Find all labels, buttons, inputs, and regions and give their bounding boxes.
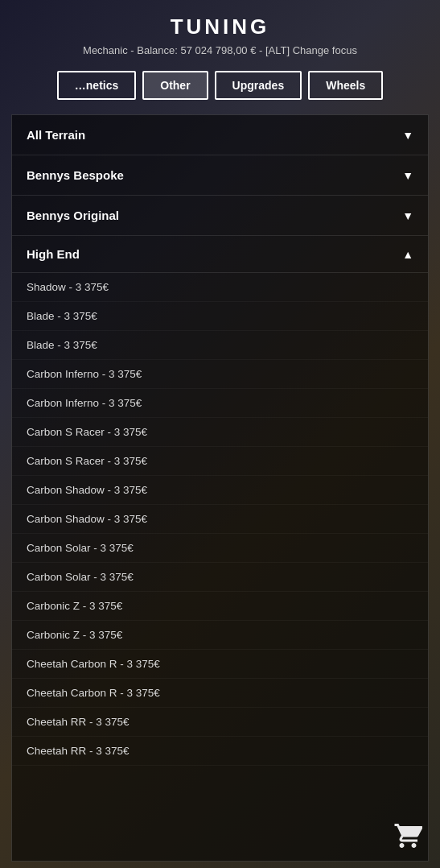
all-terrain-section: All Terrain ▼ [12,115,428,155]
list-item[interactable]: Carbon Inferno - 3 375€ [12,360,428,389]
all-terrain-label: All Terrain [27,128,85,142]
header: TUNING Mechanic - Balance: 57 024 798,00… [0,0,440,63]
page-title: TUNING [8,14,432,39]
main-panel: All Terrain ▼ Bennys Bespoke ▼ Bennys Or… [11,114,429,862]
all-terrain-header[interactable]: All Terrain ▼ [12,115,428,155]
all-terrain-arrow: ▼ [402,129,413,142]
tab-other[interactable]: Other [142,71,208,100]
list-item[interactable]: Cheetah RR - 3 375€ [12,737,428,766]
list-item[interactable]: Shadow - 3 375€ [12,273,428,302]
high-end-items-list: Shadow - 3 375€Blade - 3 375€Blade - 3 3… [12,273,428,861]
list-item[interactable]: Carbon S Racer - 3 375€ [12,418,428,447]
list-item[interactable]: Blade - 3 375€ [12,331,428,360]
bennys-bespoke-label: Bennys Bespoke [27,168,124,182]
list-item[interactable]: Blade - 3 375€ [12,302,428,331]
high-end-section: High End ▲ Shadow - 3 375€Blade - 3 375€… [12,236,428,861]
tab-cosmetics[interactable]: …netics [57,71,136,100]
tab-wheels[interactable]: Wheels [308,71,383,100]
list-item[interactable]: Carbon Inferno - 3 375€ [12,389,428,418]
list-item[interactable]: Carbon Shadow - 3 375€ [12,476,428,505]
list-item[interactable]: Carbon Solar - 3 375€ [12,563,428,592]
bennys-bespoke-arrow: ▼ [402,169,413,182]
list-item[interactable]: Cheetah Carbon R - 3 375€ [12,650,428,679]
list-item[interactable]: Cheetah RR - 3 375€ [12,708,428,737]
high-end-header[interactable]: High End ▲ [12,236,428,273]
cart-icon-container[interactable] [390,818,426,854]
high-end-arrow: ▲ [402,248,413,261]
cart-svg [393,821,422,850]
header-subtitle: Mechanic - Balance: 57 024 798,00 € - [A… [8,44,432,56]
bennys-original-header[interactable]: Bennys Original ▼ [12,196,428,235]
bennys-original-label: Bennys Original [27,209,119,222]
high-end-label: High End [27,247,80,261]
list-item[interactable]: Carbon Solar - 3 375€ [12,534,428,563]
tabs-bar: …netics Other Upgrades Wheels [0,63,440,108]
bennys-original-section: Bennys Original ▼ [12,196,428,236]
main-content: TUNING Mechanic - Balance: 57 024 798,00… [0,0,440,868]
cart-icon[interactable] [390,818,426,854]
tab-upgrades[interactable]: Upgrades [215,71,302,100]
list-item[interactable]: Cheetah Carbon R - 3 375€ [12,679,428,708]
list-item[interactable]: Carbon S Racer - 3 375€ [12,447,428,476]
bennys-original-arrow: ▼ [402,209,413,222]
list-item[interactable]: Carbon Shadow - 3 375€ [12,505,428,534]
list-item[interactable]: Carbonic Z - 3 375€ [12,592,428,621]
bennys-bespoke-section: Bennys Bespoke ▼ [12,155,428,196]
list-item[interactable]: Carbonic Z - 3 375€ [12,621,428,650]
bennys-bespoke-header[interactable]: Bennys Bespoke ▼ [12,155,428,195]
